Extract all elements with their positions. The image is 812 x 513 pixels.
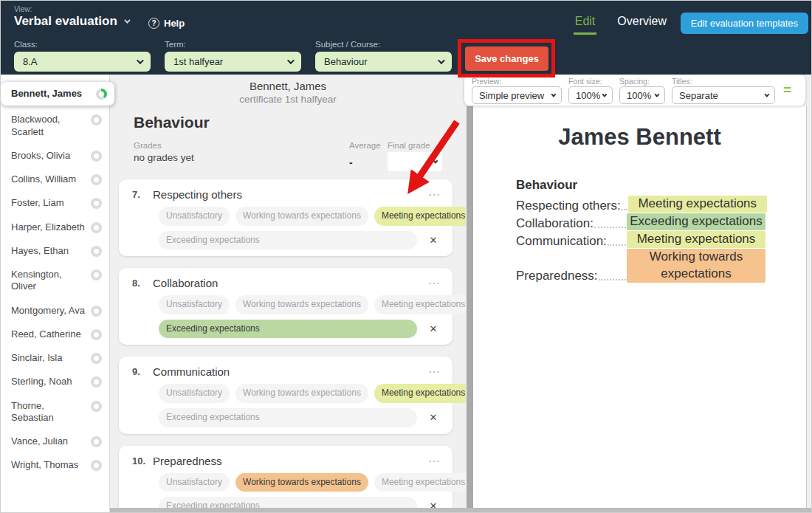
clear-selection-icon[interactable]: ✕ — [426, 500, 441, 508]
progress-ring-icon — [91, 401, 102, 412]
student-name: Collins, William — [11, 173, 76, 185]
help-label: Help — [164, 18, 185, 29]
preview-row-label: Communication: — [516, 234, 607, 249]
tab-edit[interactable]: Edit — [575, 15, 596, 28]
more-options-icon[interactable]: ··· — [429, 366, 441, 377]
grade-option-chip[interactable]: Meeting expectations — [374, 207, 466, 226]
view-dropdown-value: Verbal evaluation — [14, 14, 117, 29]
student-list-item[interactable]: Sinclair, Isla — [1, 346, 109, 370]
average-label: Average — [349, 141, 388, 150]
grade-option-chip[interactable]: Unsatisfactory — [159, 473, 230, 492]
font-size-select[interactable]: 100% — [568, 86, 613, 104]
view-dropdown[interactable]: Verbal evaluation — [14, 14, 128, 29]
grade-option-chip[interactable]: Meeting expectations — [374, 473, 466, 492]
save-changes-button[interactable]: Save changes — [465, 47, 548, 71]
class-select[interactable]: 8.A — [14, 52, 151, 72]
grade-option-chip[interactable]: Exceeding expectations — [159, 497, 417, 508]
criterion-header: 8. Collaboration ··· — [126, 276, 441, 290]
preview-mode-group: Preview: Simple preview — [472, 77, 562, 103]
criterion-title: Preparedness — [153, 455, 221, 467]
dotted-leader — [594, 227, 626, 228]
help-button[interactable]: ? Help — [148, 18, 185, 29]
student-list-item[interactable]: Collins, William — [1, 168, 109, 191]
student-list-item[interactable]: Kensington, Oliver — [1, 263, 109, 299]
student-name: Foster, Liam — [11, 197, 64, 209]
term-select[interactable]: 1st halfyear — [165, 52, 301, 72]
grade-option-chip[interactable]: Working towards expectations — [235, 207, 368, 226]
grade-option-chip[interactable]: Working towards expectations — [235, 295, 368, 314]
bottom-scrollbar[interactable] — [110, 508, 811, 512]
grade-option-chip[interactable]: Unsatisfactory — [159, 384, 230, 403]
clear-selection-icon[interactable]: ✕ — [426, 412, 441, 423]
progress-ring-icon — [91, 198, 102, 209]
clear-selection-icon[interactable]: ✕ — [426, 323, 441, 334]
more-options-icon[interactable]: ··· — [429, 278, 441, 289]
grade-option-chip[interactable]: Exceeding expectations — [159, 231, 417, 250]
term-select-value: 1st halfyear — [173, 56, 223, 67]
student-list-item[interactable]: Montgomery, Ava — [1, 299, 109, 323]
progress-ring-icon — [91, 436, 102, 447]
grade-option-chip[interactable]: Meeting expectations — [374, 295, 466, 314]
preview-mode-label: Preview: — [472, 77, 562, 86]
preview-grade-chip: Working towards expectations — [627, 249, 765, 283]
titles-select[interactable]: Separate — [672, 86, 775, 104]
student-list-item[interactable]: Vance, Julian — [1, 430, 109, 453]
grade-option-chip[interactable]: Unsatisfactory — [159, 207, 230, 226]
student-list-item[interactable]: Bennett, James — [1, 82, 114, 106]
student-list-item[interactable]: Reed, Catherine — [1, 323, 109, 346]
chevron-down-icon — [551, 92, 556, 97]
final-grade-select[interactable] — [388, 152, 442, 171]
chevron-down-icon — [764, 92, 769, 97]
progress-ring-icon — [91, 174, 102, 185]
student-name: Sinclair, Isla — [11, 352, 62, 364]
student-name: Reed, Catherine — [11, 328, 81, 340]
grade-option-chip[interactable]: Working towards expectations — [235, 384, 368, 403]
student-list-item[interactable]: Brooks, Olivia — [1, 144, 109, 168]
font-size-label: Font size: — [568, 77, 613, 86]
grade-option-chip[interactable]: Exceeding expectations — [159, 320, 417, 339]
tab-overview[interactable]: Overview — [617, 15, 667, 28]
criterion-header: 10. Preparedness ··· — [126, 454, 441, 468]
view-label: View: — [14, 5, 128, 13]
grade-option-chip[interactable]: Meeting expectations — [374, 384, 466, 403]
grades-block: Grades no grades yet — [134, 141, 349, 171]
preview-mode-select[interactable]: Simple preview — [472, 86, 562, 104]
preview-grade-row: Collaboration: Exceeding expectations — [516, 213, 765, 231]
more-options-icon[interactable]: ··· — [429, 189, 441, 200]
student-list-item[interactable]: Hayes, Ethan — [1, 239, 109, 263]
student-list-item[interactable]: Sterling, Noah — [1, 370, 109, 393]
font-size-value: 100% — [576, 90, 600, 101]
chevron-down-icon — [654, 92, 659, 97]
grade-option-chip[interactable]: Working towards expectations — [235, 473, 368, 492]
grades-value: no grades yet — [134, 152, 349, 163]
progress-ring-icon — [91, 460, 102, 471]
more-options-icon[interactable]: ··· — [429, 455, 441, 466]
preview-grade-row: Respecting others: Meeting expectations — [516, 196, 765, 213]
student-list-item[interactable]: Blackwood, Scarlett — [1, 108, 109, 144]
editor-certificate-subtitle: certificate 1st halfyear — [110, 94, 466, 105]
student-list-item[interactable]: Harper, Elizabeth — [1, 216, 109, 239]
student-list-item[interactable]: Wright, Thomas — [1, 453, 109, 477]
criteria-list: 7. Respecting others ··· Unsatisfactory … — [119, 179, 453, 508]
criterion-title: Collaboration — [153, 277, 218, 289]
spacing-select[interactable]: 100% — [619, 86, 665, 104]
subject-label: Subject / Course: — [315, 40, 452, 49]
preview-scrollbar[interactable] — [467, 106, 473, 509]
grade-option-chip[interactable]: Unsatisfactory — [159, 295, 230, 314]
preview-menu-icon[interactable]: = — [783, 82, 791, 98]
spacing-group: Spacing: 100% — [619, 77, 665, 103]
term-field: Term: 1st halfyear — [165, 40, 301, 72]
student-list-item[interactable]: Foster, Liam — [1, 191, 109, 215]
view-switcher[interactable]: View: Verbal evaluation — [14, 5, 128, 29]
subject-select[interactable]: Behaviour — [315, 52, 452, 72]
edit-templates-button[interactable]: Edit evaluation templates — [681, 13, 808, 34]
grade-option-chip[interactable]: Exceeding expectations — [159, 408, 417, 427]
option-chips-row-2: Exceeding expectations ✕ — [159, 320, 441, 339]
student-list-item[interactable]: Thorne, Sebastian — [1, 394, 109, 430]
preview-row-label: Collaboration: — [516, 216, 593, 231]
term-label: Term: — [165, 40, 301, 49]
clear-selection-icon[interactable]: ✕ — [426, 235, 441, 246]
preview-grade-chip: Exceeding expectations — [627, 213, 765, 230]
student-name: Hayes, Ethan — [11, 245, 69, 257]
spacing-label: Spacing: — [619, 77, 665, 86]
